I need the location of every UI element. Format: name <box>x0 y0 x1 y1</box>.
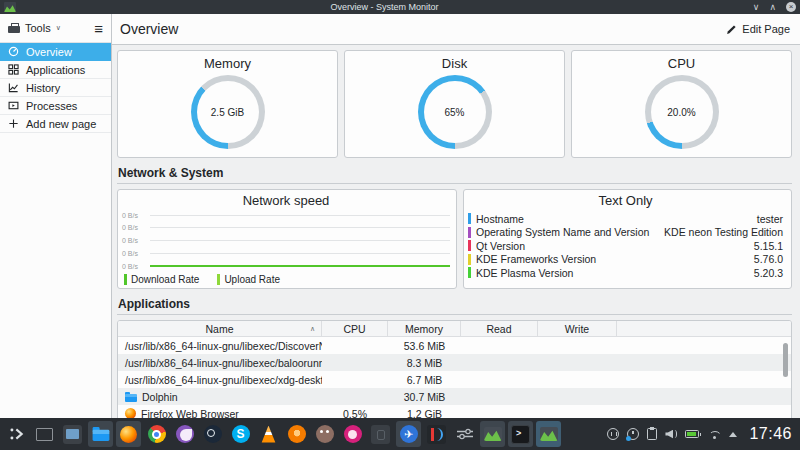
column-header-memory[interactable]: Memory <box>388 321 461 336</box>
taskbar-dolphin-icon[interactable] <box>88 421 113 447</box>
column-header-cpu[interactable]: CPU <box>322 321 388 336</box>
pencil-icon <box>726 24 737 35</box>
text-only-panel: Text Only Hostname tester Operating Syst… <box>463 189 792 289</box>
firefox-icon <box>125 408 136 418</box>
chart-legend: Download Rate Upload Rate <box>122 274 450 285</box>
gauge-icon <box>8 46 19 57</box>
chart-title: Network speed <box>122 193 450 208</box>
elisa-icon[interactable] <box>340 421 365 447</box>
memory-ring-gauge: 2.5 GiB <box>191 75 265 149</box>
clock[interactable]: 17:46 <box>745 425 792 443</box>
falkon-icon[interactable] <box>172 421 197 447</box>
sidebar-item-add-new-page[interactable]: Add new page <box>0 115 111 133</box>
y-axis-label: 0 B/s <box>122 237 146 244</box>
sort-ascending-icon: ∧ <box>310 325 315 333</box>
chrome-icon[interactable] <box>144 421 169 447</box>
minimize-icon[interactable]: ∨ <box>753 0 760 14</box>
memory-gauge-card: Memory 2.5 GiB <box>117 50 338 158</box>
vlc-icon[interactable] <box>256 421 281 447</box>
table-row[interactable]: /usr/lib/x86_64-linux-gnu/libexec/baloor… <box>118 354 791 371</box>
system-monitor-task-icon[interactable] <box>480 421 505 447</box>
main-area: Overview Edit Page Memory 2.5 GiB <box>112 14 800 418</box>
spectacle-icon[interactable] <box>60 421 85 447</box>
konsole-icon[interactable] <box>508 421 533 447</box>
table-header: Name ∧ CPU Memory Read Write <box>118 321 791 337</box>
virtual-desktop-pager-icon[interactable] <box>32 421 57 447</box>
gauge-value: 65% <box>444 107 464 118</box>
volume-tray-icon[interactable] <box>665 429 677 440</box>
kdenlive-icon[interactable] <box>424 421 449 447</box>
page-header: Overview Edit Page <box>112 14 800 45</box>
unknown-app-icon[interactable] <box>368 421 393 447</box>
clementine-icon[interactable] <box>284 421 309 447</box>
sidebar-item-applications[interactable]: Applications <box>0 61 111 79</box>
close-icon[interactable]: × <box>786 2 796 12</box>
chart-plot-area: 0 B/s 0 B/s 0 B/s 0 B/s 0 B/s <box>122 211 450 270</box>
sidebar-item-processes[interactable]: Processes <box>0 97 111 115</box>
gauge-row: Memory 2.5 GiB Disk 65% CPU <box>117 50 792 158</box>
legend-download-rate: Download Rate <box>124 274 199 285</box>
expand-tray-icon[interactable] <box>729 432 737 437</box>
grid-icon <box>8 64 19 75</box>
dolphin-icon <box>125 392 137 402</box>
section-heading-applications: Applications <box>117 297 792 315</box>
maximize-icon[interactable]: ∧ <box>769 0 776 14</box>
sidebar-nav: Overview Applications History Processes … <box>0 43 111 133</box>
download-swatch <box>124 274 127 285</box>
gimp-icon[interactable] <box>312 421 337 447</box>
steam-icon[interactable] <box>200 421 225 447</box>
toolbox-icon <box>8 23 20 33</box>
cpu-ring-gauge: 20.0% <box>645 75 719 149</box>
media-player-tray-icon[interactable] <box>607 428 619 440</box>
battery-tray-icon[interactable] <box>685 430 699 438</box>
applications-table: Name ∧ CPU Memory Read Write /usr/lib/x8… <box>117 320 792 418</box>
processes-icon <box>8 100 19 111</box>
y-axis-label: 0 B/s <box>122 263 146 270</box>
audio-mixer-icon[interactable] <box>452 421 477 447</box>
info-row-plasma-version: KDE Plasma Version 5.20.3 <box>468 266 783 280</box>
gauge-title: Disk <box>442 56 467 71</box>
taskbar: ✈ 17:46 <box>0 418 800 450</box>
tools-button[interactable]: Tools <box>25 22 51 34</box>
page-title: Overview <box>120 21 178 37</box>
skype-icon[interactable] <box>228 421 253 447</box>
color-swatch <box>468 213 471 224</box>
clipboard-tray-icon[interactable] <box>647 428 657 440</box>
history-chart-icon <box>8 82 19 93</box>
gauge-value: 20.0% <box>667 107 695 118</box>
color-swatch <box>468 227 471 238</box>
wifi-tray-icon[interactable] <box>707 430 721 439</box>
edit-page-button[interactable]: Edit Page <box>726 23 790 35</box>
sidebar-item-overview[interactable]: Overview <box>0 43 111 61</box>
info-row-hostname: Hostname tester <box>468 212 783 226</box>
column-header-write[interactable]: Write <box>538 321 617 336</box>
gauge-title: Memory <box>204 56 251 71</box>
color-swatch <box>468 254 471 265</box>
application-launcher-icon[interactable] <box>4 421 29 447</box>
window-title: Overview - System Monitor <box>16 0 753 14</box>
table-row[interactable]: Dolphin 30.7 MiB <box>118 388 791 405</box>
column-header-name[interactable]: Name ∧ <box>118 321 322 336</box>
legend-upload-rate: Upload Rate <box>217 274 280 285</box>
window-titlebar: Overview - System Monitor ∨ ∧ × <box>0 0 800 14</box>
sidebar-item-history[interactable]: History <box>0 79 111 97</box>
column-header-read[interactable]: Read <box>461 321 538 336</box>
hamburger-menu-icon[interactable]: ≡ <box>94 21 103 36</box>
table-row[interactable]: /usr/lib/x86_64-linux-gnu/libexec/xdg-de… <box>118 371 791 388</box>
desktop: Overview - System Monitor ∨ ∧ × Tools ∨ … <box>0 0 800 450</box>
info-row-os: Operating System Name and Version KDE ne… <box>468 226 783 240</box>
sidebar-item-label: Processes <box>26 100 77 112</box>
system-tray: 17:46 <box>607 425 796 443</box>
info-row-qt-version: Qt Version 5.15.1 <box>468 239 783 253</box>
system-monitor-active-task-icon[interactable] <box>536 421 561 447</box>
sidebar-item-label: Overview <box>26 46 72 58</box>
table-row[interactable]: /usr/lib/x86_64-linux-gnu/libexec/Discov… <box>118 337 791 354</box>
taskbar-firefox-icon[interactable] <box>116 421 141 447</box>
sidebar-toolbar: Tools ∨ ≡ <box>0 14 111 43</box>
color-swatch <box>468 267 471 278</box>
ktrip-icon[interactable]: ✈ <box>396 421 421 447</box>
system-monitor-app-icon <box>4 2 16 12</box>
table-scrollbar[interactable] <box>783 343 788 377</box>
table-row[interactable]: Firefox Web Browser 0.5% 1.2 GiB <box>118 405 791 418</box>
user-activity-tray-icon[interactable] <box>627 428 639 440</box>
